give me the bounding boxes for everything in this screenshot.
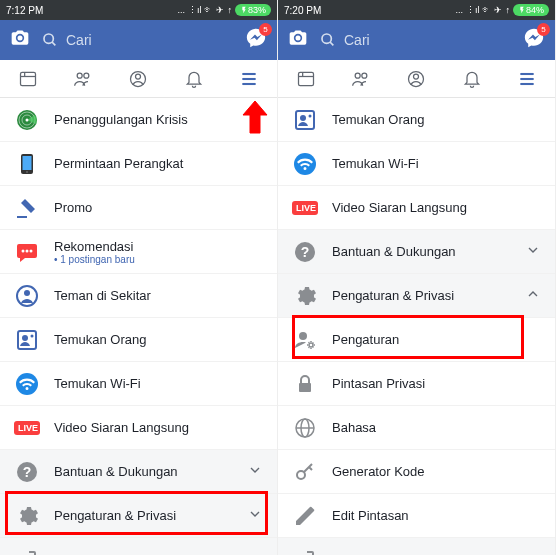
svg-point-5: [77, 73, 82, 78]
edit-icon: [292, 503, 318, 529]
menu-item-temukan-orang[interactable]: Temukan Orang: [278, 98, 555, 142]
tab-newsfeed[interactable]: [295, 68, 317, 90]
svg-line-31: [330, 42, 333, 45]
tab-newsfeed[interactable]: [17, 68, 39, 90]
status-bar: 7:20 PM ... ⋮ıl ᯤ ✈ ↑ 84%: [278, 0, 555, 20]
search-icon: [42, 32, 58, 48]
svg-point-23: [24, 290, 30, 296]
find-people-icon: [14, 327, 40, 353]
globe-icon: [292, 415, 318, 441]
svg-point-38: [414, 74, 419, 79]
radar-icon: [14, 107, 40, 133]
menu-item-perangkat[interactable]: Permintaan Perangkat: [0, 142, 277, 186]
phone-left: 7:12 PM ... ⋮ıl ᯤ ✈ ↑ 83% Cari 5: [0, 0, 278, 555]
svg-rect-2: [20, 72, 35, 85]
status-upload-icon: ↑: [227, 5, 232, 15]
svg-line-1: [52, 42, 55, 45]
wifi-icon: [14, 371, 40, 397]
live-icon: LIVE: [14, 415, 40, 441]
camera-icon[interactable]: [288, 28, 308, 52]
status-time: 7:12 PM: [6, 5, 43, 16]
menu-list-right[interactable]: Temukan OrangTemukan Wi-FiLIVEVideo Siar…: [278, 98, 555, 555]
status-signal-icon: ⋮ıl: [466, 5, 480, 15]
person-gear-icon: [292, 327, 318, 353]
menu-item-label: Permintaan Perangkat: [54, 156, 263, 171]
tab-notifications[interactable]: [183, 68, 205, 90]
svg-point-25: [22, 335, 28, 341]
menu-item-bahasa[interactable]: Bahasa: [278, 406, 555, 450]
menu-item-temukan-wifi[interactable]: Temukan Wi-Fi: [278, 142, 555, 186]
svg-rect-32: [298, 72, 313, 85]
camera-icon[interactable]: [10, 28, 30, 52]
nav-tabs: [0, 60, 277, 98]
menu-item-label: Bahasa: [332, 420, 541, 435]
menu-item-krisis[interactable]: Penanggulangan Krisis: [0, 98, 277, 142]
svg-point-20: [26, 249, 29, 252]
tab-menu[interactable]: [238, 68, 260, 90]
svg-point-15: [26, 118, 29, 121]
menu-item-label: Temukan Wi-Fi: [54, 376, 263, 391]
device-icon: [14, 151, 40, 177]
gear-icon: [14, 503, 40, 529]
help-icon: ?: [292, 239, 318, 265]
tab-menu[interactable]: [516, 68, 538, 90]
menu-item-label: Promo: [54, 200, 263, 215]
svg-text:?: ?: [301, 244, 310, 260]
search-input[interactable]: Cari: [42, 32, 233, 48]
menu-item-keluar[interactable]: Keluar: [278, 538, 555, 555]
menu-item-video-live[interactable]: LIVEVideo Siaran Langsung: [278, 186, 555, 230]
menu-item-pengaturan-privasi[interactable]: Pengaturan & Privasi: [278, 274, 555, 318]
tab-profile[interactable]: [127, 68, 149, 90]
menu-item-teman-sekitar[interactable]: Teman di Sekitar: [0, 274, 277, 318]
message-badge: 5: [537, 23, 550, 36]
status-signal-icon: ⋮ıl: [188, 5, 202, 15]
status-airplane-icon: ✈: [494, 5, 502, 15]
lock-icon: [292, 371, 318, 397]
status-bar: 7:12 PM ... ⋮ıl ᯤ ✈ ↑ 83%: [0, 0, 277, 20]
menu-item-bantuan[interactable]: ?Bantuan & Dukungan: [0, 450, 277, 494]
menu-list-left[interactable]: Penanggulangan KrisisPermintaan Perangka…: [0, 98, 277, 555]
menu-item-keluar[interactable]: Keluar: [0, 538, 277, 555]
status-wifi-icon: ᯤ: [204, 5, 213, 15]
svg-point-35: [355, 73, 360, 78]
menu-item-rekomendasi[interactable]: Rekomendasi• 1 postingan baru: [0, 230, 277, 274]
menu-item-edit-pintasan[interactable]: Edit Pintasan: [278, 494, 555, 538]
key-icon: [292, 459, 318, 485]
menu-item-label: Pengaturan & Privasi: [332, 288, 511, 303]
menu-item-pintasan-privasi[interactable]: Pintasan Privasi: [278, 362, 555, 406]
gavel-icon: [14, 195, 40, 221]
messenger-button[interactable]: 5: [245, 27, 267, 53]
menu-item-label: Penanggulangan Krisis: [54, 112, 263, 127]
menu-item-label: Pengaturan: [332, 332, 541, 347]
menu-item-bantuan[interactable]: ?Bantuan & Dukungan: [278, 230, 555, 274]
menu-item-temukan-wifi[interactable]: Temukan Wi-Fi: [0, 362, 277, 406]
menu-item-label: Video Siaran Langsung: [54, 420, 263, 435]
app-header: Cari 5: [0, 20, 277, 60]
tab-notifications[interactable]: [461, 68, 483, 90]
svg-point-6: [84, 73, 89, 78]
messenger-button[interactable]: 5: [523, 27, 545, 53]
tab-friends[interactable]: [72, 68, 94, 90]
menu-item-video-live[interactable]: LIVEVideo Siaran Langsung: [0, 406, 277, 450]
tab-friends[interactable]: [350, 68, 372, 90]
menu-item-temukan-orang[interactable]: Temukan Orang: [0, 318, 277, 362]
svg-rect-50: [299, 383, 311, 392]
menu-item-label: Generator Kode: [332, 464, 541, 479]
menu-item-pengaturan[interactable]: Pengaturan: [278, 318, 555, 362]
svg-point-19: [22, 249, 25, 252]
menu-item-generator-kode[interactable]: Generator Kode: [278, 450, 555, 494]
tab-profile[interactable]: [405, 68, 427, 90]
menu-item-pengaturan-privasi[interactable]: Pengaturan & Privasi: [0, 494, 277, 538]
menu-item-label: Temukan Orang: [54, 332, 263, 347]
status-upload-icon: ↑: [505, 5, 510, 15]
svg-rect-17: [23, 156, 32, 170]
help-icon: ?: [14, 459, 40, 485]
logout-icon: [292, 547, 318, 556]
search-input[interactable]: Cari: [320, 32, 511, 48]
menu-item-label: Bantuan & Dukungan: [332, 244, 511, 259]
menu-item-promo[interactable]: Promo: [0, 186, 277, 230]
menu-item-label: Pengaturan & Privasi: [54, 508, 233, 523]
svg-point-18: [26, 171, 28, 173]
nav-tabs: [278, 60, 555, 98]
menu-item-label: Edit Pintasan: [332, 508, 541, 523]
